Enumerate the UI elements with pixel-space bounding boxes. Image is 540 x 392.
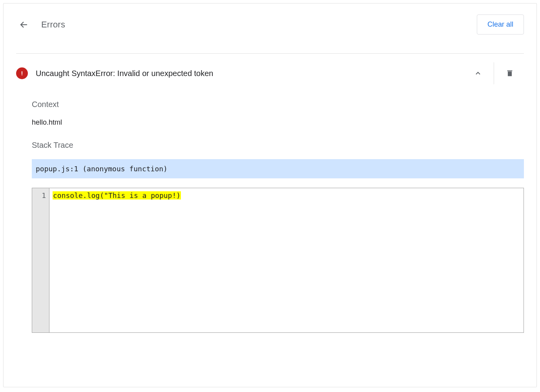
svg-rect-1 <box>22 71 22 74</box>
header-left: Errors <box>16 17 65 33</box>
error-detail: Context hello.html Stack Trace popup.js:… <box>16 100 524 333</box>
page-title: Errors <box>41 20 65 30</box>
errors-panel: Errors Clear all Uncaught SyntaxError: I… <box>3 3 537 387</box>
context-label: Context <box>32 100 524 109</box>
delete-button[interactable] <box>496 65 524 82</box>
error-row-left: Uncaught SyntaxError: Invalid or unexpec… <box>16 67 213 79</box>
line-number: 1 <box>32 191 46 200</box>
error-row: Uncaught SyntaxError: Invalid or unexpec… <box>16 54 524 100</box>
arrow-left-icon <box>19 20 29 29</box>
svg-rect-4 <box>508 71 512 76</box>
code-gutter: 1 <box>32 188 49 332</box>
chevron-up-icon <box>474 69 482 77</box>
stack-trace-frame[interactable]: popup.js:1 (anonymous function) <box>32 159 524 178</box>
collapse-button[interactable] <box>464 65 492 82</box>
code-line-highlight: console.log("This is a popup!) <box>53 191 181 200</box>
trash-icon <box>505 69 514 78</box>
error-message: Uncaught SyntaxError: Invalid or unexpec… <box>36 69 213 78</box>
error-row-actions <box>464 62 524 84</box>
code-viewer: 1 console.log("This is a popup!) <box>32 188 524 333</box>
context-value: hello.html <box>32 118 524 127</box>
svg-rect-3 <box>507 71 513 71</box>
clear-all-button[interactable]: Clear all <box>477 15 524 34</box>
svg-rect-2 <box>22 74 22 75</box>
header: Errors Clear all <box>16 15 524 53</box>
error-icon <box>16 67 28 79</box>
back-button[interactable] <box>16 17 32 33</box>
separator <box>494 62 494 84</box>
code-area: console.log("This is a popup!) <box>49 188 524 332</box>
stack-trace-label: Stack Trace <box>32 141 524 150</box>
